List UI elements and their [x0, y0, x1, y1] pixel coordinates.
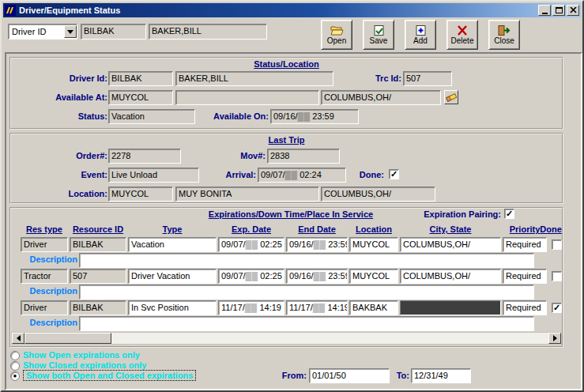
available-on-label: Available On: — [196, 111, 269, 121]
add-button-label: Add — [413, 36, 428, 45]
maximize-icon — [556, 7, 563, 13]
close-button[interactable]: Close — [488, 20, 520, 50]
row3-location[interactable]: BAKBAK — [349, 300, 398, 315]
available-on-field[interactable]: 09/16/▒▒ 23:59 — [270, 109, 359, 124]
row1-res-type[interactable]: Driver — [21, 237, 68, 252]
radio-dot: ● — [13, 373, 17, 379]
row1-priority[interactable]: Required — [503, 237, 547, 252]
row3-end-date[interactable]: 11/17/▒▒ 14:19 — [286, 300, 348, 315]
save-button[interactable]: Save — [363, 20, 394, 50]
row1-location[interactable]: MUYCOL — [349, 237, 398, 252]
status-field[interactable]: Vacation — [108, 109, 195, 124]
row1-exp-date[interactable]: 09/07/▒▒ 02:25 — [218, 237, 284, 252]
order-label: Order#: — [9, 151, 107, 160]
scroll-right-icon — [553, 335, 557, 341]
row3-description-field[interactable] — [79, 316, 534, 331]
minimize-icon — [542, 13, 548, 14]
col-header-exp-date: Exp. Date — [218, 224, 284, 234]
row3-exp-date[interactable]: 11/17/▒▒ 14:19 — [218, 300, 284, 315]
scroll-left-button[interactable] — [12, 333, 24, 344]
row1-type[interactable]: Vacation — [128, 237, 217, 252]
close-window-button[interactable] — [567, 5, 579, 16]
to-date-field[interactable]: 12/31/49 — [411, 368, 471, 383]
row2-end-date[interactable]: 09/16/▒▒ 23:59 — [286, 269, 348, 284]
radio-show-open-label[interactable]: Show Open expirations only — [23, 350, 140, 360]
row1-done-checkbox[interactable] — [552, 239, 562, 250]
row2-exp-date[interactable]: 09/07/▒▒ 02:25 — [218, 269, 284, 284]
delete-button[interactable]: Delete — [446, 20, 478, 50]
row3-description-label: Description — [21, 318, 77, 327]
col-header-city-state: City, State — [400, 224, 501, 234]
open-button[interactable]: Open — [321, 20, 352, 50]
scrollbar-thumb[interactable] — [24, 333, 111, 344]
arrival-label: Arrival: — [196, 170, 256, 179]
row2-priority[interactable]: Required — [503, 269, 547, 284]
trc-id-label: Trc Id: — [351, 74, 401, 83]
row2-type[interactable]: Driver Vacation — [128, 269, 217, 284]
minimize-button[interactable] — [538, 5, 551, 16]
row3-city-state[interactable] — [400, 300, 501, 315]
row1-city-state[interactable]: COLUMBUS,OH/ — [400, 237, 501, 252]
col-header-type: Type — [128, 224, 217, 234]
event-label: Event: — [9, 170, 107, 179]
expiration-pairing-checkbox[interactable]: ✓ — [504, 209, 514, 219]
trc-id-field[interactable]: 507 — [403, 71, 452, 86]
row1-end-date[interactable]: 09/16/▒▒ 23:59 — [286, 237, 348, 252]
search-mode-combobox[interactable]: Driver ID — [8, 24, 77, 40]
row2-res-type[interactable]: Tractor — [21, 269, 68, 284]
driver-id-field[interactable]: BILBAK — [108, 71, 173, 86]
radio-show-both[interactable]: ● — [10, 371, 20, 381]
open-folder-icon — [330, 25, 344, 36]
radio-show-open[interactable] — [10, 351, 20, 360]
available-at-name-field[interactable] — [175, 90, 319, 105]
trip-location-city-field[interactable]: COLUMBUS,OH/ — [321, 187, 435, 202]
from-date-field[interactable]: 01/01/50 — [309, 368, 390, 383]
trip-done-checkbox[interactable]: ✓ — [389, 169, 399, 179]
event-field[interactable]: Live Unload — [108, 168, 199, 183]
row3-priority[interactable]: Required — [503, 300, 547, 315]
search-id-input[interactable]: BILBAK — [81, 24, 146, 40]
row3-type[interactable]: In Svc Position — [128, 300, 217, 315]
app-icon — [5, 5, 16, 16]
add-button[interactable]: Add — [405, 20, 436, 50]
available-at-label: Available At: — [9, 92, 107, 102]
expirations-horizontal-scrollbar[interactable] — [11, 332, 562, 345]
erase-location-button[interactable] — [444, 90, 458, 104]
row3-res-type[interactable]: Driver — [21, 300, 68, 315]
scroll-right-button[interactable] — [548, 333, 561, 344]
radio-show-closed[interactable] — [10, 361, 20, 371]
trip-location-code-field[interactable]: MUYCOL — [108, 187, 173, 202]
driver-name-field[interactable]: BAKER,BILL — [175, 71, 333, 86]
delete-x-icon — [457, 25, 468, 36]
col-header-done: Done — [537, 224, 564, 234]
available-at-code-field[interactable]: MUYCOL — [108, 90, 173, 105]
status-label: Status: — [9, 111, 107, 121]
row3-resource-id[interactable]: BILBAK — [70, 300, 126, 315]
search-name-input[interactable]: BAKER,BILL — [149, 24, 267, 40]
save-check-icon — [373, 25, 385, 36]
row1-description-field[interactable] — [79, 253, 534, 268]
row2-description-label: Description — [21, 286, 77, 296]
maximize-button[interactable] — [552, 5, 565, 16]
order-field[interactable]: 2278 — [108, 149, 181, 164]
radio-show-closed-label[interactable]: Show Closed expirations only — [23, 360, 146, 370]
combo-dropdown-button[interactable] — [64, 25, 77, 38]
row1-resource-id[interactable]: BILBAK — [70, 237, 126, 252]
col-header-res-type: Res type — [21, 224, 68, 234]
row3-done-checkbox[interactable]: ✓ — [552, 303, 562, 313]
driver-id-label: Driver Id: — [9, 74, 107, 83]
row2-location[interactable]: MUYCOL — [349, 269, 398, 284]
mov-field[interactable]: 2838 — [267, 149, 340, 164]
row2-done-checkbox[interactable] — [552, 271, 562, 281]
radio-show-both-label[interactable]: Show both Open and Closed expirations — [23, 370, 196, 381]
eraser-icon — [446, 92, 457, 102]
search-mode-value: Driver ID — [12, 27, 46, 36]
client-area: Status/Location Driver Id: BILBAK BAKER,… — [5, 52, 582, 390]
trip-location-name-field[interactable]: MUY BONITA — [175, 187, 319, 202]
col-header-location: Location — [349, 224, 398, 234]
row2-description-field[interactable] — [79, 285, 534, 300]
row2-resource-id[interactable]: 507 — [70, 269, 126, 284]
available-at-city-field[interactable]: COLUMBUS,OH/ — [321, 90, 441, 105]
row2-city-state[interactable]: COLUMBUS,OH/ — [400, 269, 501, 284]
arrival-field[interactable]: 09/07/▒▒ 02:24 — [258, 168, 346, 183]
